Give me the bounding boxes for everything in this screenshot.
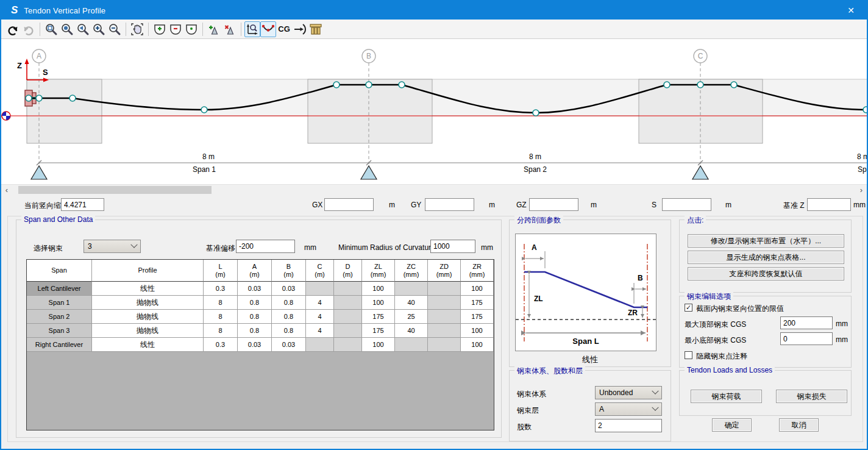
tendon-point[interactable]	[664, 82, 670, 88]
pan-icon[interactable]	[129, 21, 145, 37]
table-cell[interactable]: 0.3	[204, 338, 238, 352]
table-cell[interactable]: 0.8	[238, 310, 272, 324]
tendon-point[interactable]	[731, 82, 737, 88]
profile-cell[interactable]: 抛物线	[92, 324, 204, 338]
show-add-icon[interactable]	[152, 21, 168, 37]
tendon-points-view-icon[interactable]	[260, 21, 276, 37]
table-cell[interactable]: 8	[204, 310, 238, 324]
max-top-cgs-field[interactable]	[780, 316, 833, 329]
row-header[interactable]: Span 3	[27, 324, 92, 338]
cancel-button[interactable]: 取消	[779, 418, 819, 432]
table-cell[interactable]: 0.8	[238, 324, 272, 338]
table-cell[interactable]: 0.03	[272, 338, 306, 352]
table-cell[interactable]: 0.8	[272, 296, 306, 310]
tendon-point[interactable]	[697, 82, 703, 88]
table-cell[interactable]: 175	[362, 310, 395, 324]
zoom-previous-icon[interactable]	[75, 21, 91, 37]
scroll-left-button[interactable]: ‹	[1, 185, 12, 195]
close-button[interactable]: ✕	[841, 5, 861, 15]
section-table-icon[interactable]	[308, 21, 324, 37]
table-cell[interactable]: 0.03	[238, 282, 272, 296]
row-header[interactable]: Left Cantilever	[27, 282, 92, 296]
ok-button[interactable]: 确定	[712, 418, 752, 432]
profile-cell[interactable]: 抛物线	[92, 296, 204, 310]
scroll-thumb[interactable]	[18, 186, 212, 194]
tendon-point[interactable]	[863, 107, 868, 113]
table-cell[interactable]: 100	[461, 338, 494, 352]
row-header[interactable]: Span 1	[27, 296, 92, 310]
tendon-load-button[interactable]: 钢束荷载	[691, 390, 762, 403]
table-cell[interactable]: 0.03	[238, 338, 272, 352]
tendon-point[interactable]	[533, 110, 539, 116]
tendon-point[interactable]	[36, 95, 42, 101]
table-cell[interactable]: 100	[362, 338, 395, 352]
profile-cell[interactable]: 线性	[92, 338, 204, 352]
table-cell[interactable]: 0.8	[272, 324, 306, 338]
table-cell[interactable]: 8	[204, 296, 238, 310]
tendon-loss-button[interactable]: 钢束损失	[776, 390, 847, 403]
table-cell[interactable]: 25	[395, 310, 428, 324]
gx-field[interactable]	[324, 198, 374, 211]
profile-canvas[interactable]: A B C Z S	[1, 39, 867, 184]
profile-view-icon[interactable]	[244, 21, 260, 37]
zoom-window-icon[interactable]	[43, 21, 59, 37]
table-cell[interactable]: 40	[395, 324, 428, 338]
zoom-out-icon[interactable]	[107, 21, 123, 37]
tendon-point[interactable]	[333, 82, 340, 88]
base-z-field[interactable]	[807, 198, 851, 211]
vertical-scale-value[interactable]	[61, 198, 104, 211]
table-cell[interactable]: 4	[306, 296, 334, 310]
table-cell[interactable]: 100	[461, 324, 494, 338]
zoom-all-icon[interactable]	[59, 21, 75, 37]
tendon-point[interactable]	[26, 95, 32, 101]
delete-tendon-point-icon[interactable]	[222, 21, 238, 37]
scroll-track[interactable]	[12, 185, 856, 195]
table-cell[interactable]: 4	[306, 324, 334, 338]
s-field[interactable]	[662, 198, 711, 211]
jump-to-icon[interactable]	[292, 21, 308, 37]
hide-annotations-checkbox[interactable]	[685, 351, 692, 359]
profile-cell[interactable]: 线性	[92, 282, 204, 296]
undo-icon[interactable]	[5, 21, 21, 37]
gy-field[interactable]	[425, 198, 474, 211]
gz-field[interactable]	[529, 198, 578, 211]
table-cell[interactable]: 100	[461, 282, 494, 296]
limit-checkbox[interactable]: ✓	[685, 304, 692, 312]
table-cell[interactable]: 175	[461, 310, 494, 324]
table-cell[interactable]: 40	[395, 296, 428, 310]
table-cell[interactable]: 0.8	[272, 310, 306, 324]
tendon-layer-select[interactable]: A	[595, 402, 662, 416]
show-tendon-points-table-button[interactable]: 显示生成的钢束点表格...	[688, 251, 844, 264]
tendon-point[interactable]	[399, 82, 405, 88]
restore-defaults-button[interactable]: 支座和跨度恢复默认值	[688, 267, 844, 280]
min-radius-field[interactable]	[430, 240, 475, 253]
tendon-point[interactable]	[69, 95, 76, 101]
show-remove-icon[interactable]	[168, 21, 183, 37]
table-cell[interactable]: 100	[362, 296, 395, 310]
profile-cell[interactable]: 抛物线	[92, 310, 204, 324]
table-cell[interactable]: 100	[362, 282, 395, 296]
tendon-point[interactable]	[201, 107, 207, 113]
min-bottom-cgs-field[interactable]	[780, 332, 833, 345]
base-offset-field[interactable]	[236, 240, 295, 253]
table-cell[interactable]: 0.8	[238, 296, 272, 310]
table-cell[interactable]: 175	[362, 324, 395, 338]
tendon-point[interactable]	[366, 82, 372, 88]
table-cell[interactable]: 4	[306, 310, 334, 324]
redo-icon[interactable]	[21, 21, 37, 37]
show-point-icon[interactable]	[183, 21, 199, 37]
modify-horizontal-layout-button[interactable]: 修改/显示钢束平面布置（水平）...	[688, 234, 844, 248]
tendon-select[interactable]: 3	[84, 240, 141, 253]
table-cell[interactable]: 0.03	[272, 282, 306, 296]
scroll-right-button[interactable]: ›	[856, 185, 867, 195]
cg-icon[interactable]: CG	[276, 21, 292, 37]
table-cell[interactable]: 8	[204, 324, 238, 338]
tendon-system-select[interactable]: Unbonded	[595, 386, 662, 399]
strands-field[interactable]	[595, 419, 662, 432]
row-header[interactable]: Right Cantilever	[27, 338, 92, 352]
zoom-in-icon[interactable]	[91, 21, 107, 37]
table-cell[interactable]: 175	[461, 296, 494, 310]
add-tendon-point-icon[interactable]	[206, 21, 222, 37]
row-header[interactable]: Span 2	[27, 310, 92, 324]
table-cell[interactable]: 0.3	[204, 282, 238, 296]
